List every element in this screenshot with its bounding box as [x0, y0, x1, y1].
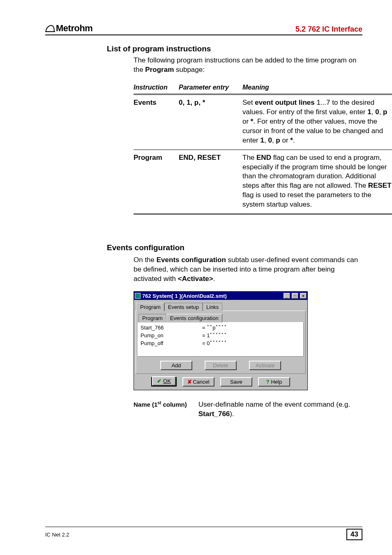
page-footer: IC Net 2.2 43 [45, 527, 362, 540]
activate-button[interactable]: Activate [249, 361, 281, 370]
dialog-button-row: ✔OK ✘Cancel Save ?Help [136, 377, 306, 387]
question-icon: ? [266, 379, 270, 385]
section-reference: 5.2 762 IC Interface [295, 25, 362, 34]
table-header-row: Instruction Parameter entry Meaning [134, 82, 392, 94]
brand-text: Metrohm [56, 23, 92, 34]
event-name: Pump_off [141, 340, 202, 348]
ok-label: OK [163, 378, 171, 384]
ok-button-wrap[interactable]: ✔OK [151, 377, 177, 387]
definition-term: Name (1st column) [134, 400, 187, 419]
subtab-program[interactable]: Program [138, 314, 166, 322]
tab-events-setup[interactable]: Events setup [164, 303, 203, 311]
definition-row: Name (1st column) User-definable name of… [134, 400, 362, 419]
tab-program[interactable]: Program [136, 303, 164, 311]
cell-instruction: Program [134, 150, 179, 214]
intro-text-b: subpage: [174, 66, 205, 74]
system-window: 762 System[ 1 ](Anion\Dual2.smt) _ □ × P… [134, 291, 308, 390]
window-title: 762 System[ 1 ](Anion\Dual2.smt) [142, 293, 282, 299]
definition-body: User-definable name of the event command… [198, 400, 362, 419]
cell-instruction: Events [134, 94, 179, 150]
delete-button[interactable]: Delete [205, 361, 237, 370]
instruction-table: Instruction Parameter entry Meaning Even… [134, 82, 392, 214]
list-item[interactable]: Pump_off = 0˟˟˟˟˟˟ [141, 340, 301, 348]
events-intro-paragraph: On the Events configuration subtab user-… [134, 256, 362, 284]
heading-events-config: Events configuration [107, 243, 362, 252]
cancel-label: Cancel [193, 379, 209, 385]
intro-paragraph: The following program instructions can b… [134, 56, 362, 75]
help-label: Help [271, 379, 282, 385]
x-icon: ✘ [187, 379, 192, 385]
cell-meaning: Set event output lines 1...7 to the desi… [242, 94, 392, 150]
intro-bold: Program [145, 66, 174, 74]
cell-param: 0, 1, p, * [179, 94, 242, 150]
cancel-button[interactable]: ✘Cancel [182, 377, 214, 387]
event-name: Pump_on [141, 332, 202, 340]
th-instruction: Instruction [134, 82, 179, 94]
outer-tabs: Program Events setup Links [136, 302, 306, 311]
maximize-button[interactable]: □ [292, 293, 298, 299]
table-row: Program END, RESET The END flag can be u… [134, 150, 392, 214]
close-button[interactable]: × [300, 293, 307, 299]
add-button[interactable]: Add [160, 361, 192, 370]
page-header: Metrohm 5.2 762 IC Interface [45, 23, 362, 35]
minimize-button[interactable]: _ [284, 293, 290, 299]
subtab-events-configuration[interactable]: Events configuration [166, 314, 222, 322]
heading-list-of-instructions: List of program instructions [107, 44, 362, 53]
help-button[interactable]: ?Help [258, 377, 290, 387]
th-parameter: Parameter entry [179, 82, 242, 94]
list-item[interactable]: Start_766 = ˟˟p˟˟˟˟ [141, 324, 301, 332]
app-icon [135, 293, 141, 299]
table-row: Events 0, 1, p, * Set event output lines… [134, 94, 392, 150]
outer-tab-panel: Program Events configuration Start_766 =… [136, 311, 306, 374]
events-list-panel[interactable]: Start_766 = ˟˟p˟˟˟˟ Pump_on = 1˟˟˟˟˟˟ Pu… [138, 322, 304, 357]
panel-button-row: Add Delete Activate [138, 361, 304, 370]
cell-param: END, RESET [179, 150, 242, 214]
check-icon: ✔ [157, 378, 161, 384]
event-name: Start_766 [141, 324, 202, 332]
metrohm-logo: Metrohm [45, 23, 92, 34]
titlebar[interactable]: 762 System[ 1 ](Anion\Dual2.smt) _ □ × [134, 292, 307, 300]
event-value: = 1˟˟˟˟˟˟ [202, 332, 227, 340]
save-button[interactable]: Save [220, 377, 252, 387]
tab-links[interactable]: Links [203, 303, 222, 311]
event-value: = ˟˟p˟˟˟˟ [202, 324, 227, 332]
inner-tabs: Program Events configuration [138, 313, 304, 322]
metrohm-logo-icon [45, 25, 55, 32]
footer-product: IC Net 2.2 [45, 532, 69, 538]
th-meaning: Meaning [242, 82, 392, 94]
cell-meaning: The END flag can be used to end a progra… [242, 150, 392, 214]
page-number: 43 [346, 529, 362, 540]
event-value: = 0˟˟˟˟˟˟ [202, 340, 227, 348]
list-item[interactable]: Pump_on = 1˟˟˟˟˟˟ [141, 332, 301, 340]
